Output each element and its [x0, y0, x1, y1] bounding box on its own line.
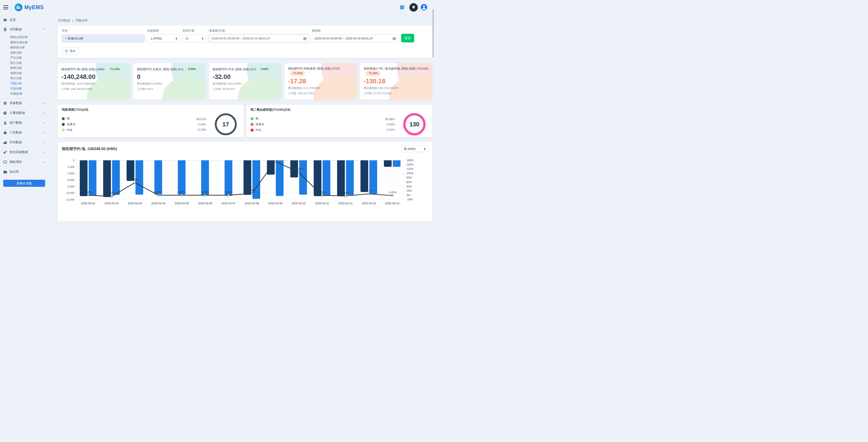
sidebar-item-6[interactable]: 车间数据 — [0, 137, 48, 147]
gear-icon — [3, 101, 7, 105]
report-period-label: 报告期 — [312, 29, 399, 33]
svg-text:-5.79%: -5.79% — [107, 192, 116, 194]
svg-text:-4,000: -4,000 — [67, 172, 74, 175]
sidebar-subitem[interactable]: 负荷分析 — [0, 71, 48, 76]
legend-dot-icon — [251, 123, 254, 126]
sidebar-item-9[interactable]: 知识库 — [0, 167, 48, 177]
sidebar-item-1[interactable]: 空间数据 — [0, 25, 48, 34]
sidebar-item-7[interactable]: 组合设备数据 — [0, 147, 48, 157]
gears-icon — [3, 150, 7, 154]
period-type-select[interactable]: 日 — [183, 34, 207, 42]
space-input[interactable]: 一度城/办公楼 — [62, 34, 145, 42]
sidebar-subitem[interactable]: 碳排放分析 — [0, 45, 48, 50]
app-root: MyEMS — [0, 0, 434, 221]
legend-dot-icon — [251, 129, 254, 132]
svg-text:0: 0 — [73, 159, 74, 162]
legend-item[interactable]: 电 — [62, 117, 75, 121]
sidebar-subitem[interactable]: 产出分析 — [0, 55, 48, 60]
sidebar-item-4[interactable]: 租户数据 — [0, 118, 48, 127]
stat-subline: 人均值 -130.18 (TCE) — [288, 92, 353, 95]
stat-badge: 0.00% — [258, 67, 271, 72]
legend-item[interactable]: 电 — [251, 117, 264, 121]
legend-item[interactable]: 自来水 — [62, 123, 75, 126]
stat-subline: 单位面积值 -0.01 (TCE/M²) — [288, 87, 353, 90]
svg-text:40%: 40% — [406, 185, 412, 188]
stat-card: 报告期节约 中水 (基线-实际) (m³) 0.00% -32.00 单位面积值… — [209, 63, 281, 100]
hamburger-menu-icon[interactable] — [3, 5, 9, 9]
sidebar-item-2[interactable]: 设备数据 — [0, 98, 48, 108]
energy-type-select[interactable]: 电 (kWh) — [401, 146, 428, 152]
legend-percent: 0.00% — [196, 123, 206, 126]
user-icon — [3, 121, 7, 125]
svg-text:-3.10%: -3.10% — [341, 191, 349, 194]
sidebar-subitem[interactable]: 环境监测 — [0, 91, 48, 96]
external-link-icon — [65, 50, 68, 53]
export-button[interactable]: 导出 — [62, 47, 79, 55]
legend-label: 中水 — [256, 128, 261, 132]
brand-logo[interactable]: MyEMS — [14, 3, 43, 11]
submit-button[interactable]: 提交 — [401, 34, 414, 42]
sidebar-subitem[interactable]: 节能分析 — [0, 81, 48, 86]
gauge-icon — [3, 18, 7, 22]
calendar-icon — [303, 37, 307, 40]
chevron-down-icon — [43, 131, 45, 133]
svg-text:2025-03-09: 2025-03-09 — [268, 202, 283, 205]
building-icon — [3, 28, 7, 31]
sidebar-subitem[interactable]: 收入分析 — [0, 60, 48, 66]
sidebar-item-5[interactable]: 门店数据 — [0, 128, 48, 137]
svg-text:2025-03-10: 2025-03-10 — [291, 202, 306, 205]
legend-percent: 0.00% — [385, 123, 395, 126]
sidebar-item-8[interactable]: 辅助系统 — [0, 157, 48, 167]
svg-text:0.00%: 0.00% — [225, 191, 232, 193]
svg-text:20%: 20% — [406, 189, 412, 192]
stat-card-title: 报告期节约 电 (基线-实际) (kWh) ↑71.21% — [61, 67, 126, 72]
sidebar-subitem[interactable]: 能耗分类分析 — [0, 35, 48, 40]
report-period-input[interactable]: 2025-03-01 00:00:00 ~ 2025-03-14 08:01:3… — [312, 34, 399, 42]
settings-gear-icon[interactable] — [398, 3, 406, 12]
legend-dot-icon — [251, 117, 254, 120]
sidebar-subitem[interactable]: 计划分析 — [0, 86, 48, 91]
comparison-type-label: 比较类型 — [147, 29, 180, 33]
breadcrumb-parent[interactable]: 空间数据 — [58, 19, 70, 23]
sidebar-subitem[interactable]: 能耗分项分析 — [0, 40, 48, 45]
stat-badge: 0.00% — [186, 67, 198, 72]
sidebar-subitem[interactable]: 效率分析 — [0, 65, 48, 71]
sidebar-submenu: 能耗分类分析能耗分项分析碳排放分析成本分析产出分析收入分析效率分析负荷分析统计分… — [0, 34, 48, 98]
stat-card: 报告期节约 电 (基线-实际) (kWh) ↑71.21% -140,248.0… — [58, 63, 130, 100]
stat-value: -130.18 — [364, 77, 429, 85]
user-avatar[interactable] — [421, 4, 427, 10]
donut-card: 吨二氧化碳排放(TCO2E)占比 电 自来水 — [247, 105, 433, 137]
svg-text:-12,000: -12,000 — [65, 198, 74, 201]
buy-enterprise-button[interactable]: 采购企业版 — [3, 180, 45, 187]
scrollbar-thumb[interactable] — [432, 9, 434, 57]
chart-svg: 0-2,000-4,000-6,000-8,000-10,000-12,0001… — [62, 159, 417, 207]
svg-text:140%: 140% — [406, 163, 413, 166]
notifications-bell-icon[interactable] — [409, 3, 418, 12]
sidebar-item-0[interactable]: 总览 — [0, 15, 48, 25]
svg-text:2025-03-08: 2025-03-08 — [245, 202, 259, 205]
svg-text:2025-03-13: 2025-03-13 — [362, 202, 376, 205]
sidebar-item-label: 设备数据 — [9, 101, 22, 105]
legend-item[interactable]: 中水 — [251, 128, 264, 132]
sidebar-subitem[interactable]: 成本分析 — [0, 50, 48, 56]
stat-subline: 单位面积值 0.00 (m³/M²) — [213, 82, 278, 86]
legend-dot-icon — [62, 129, 65, 132]
comparison-type-select[interactable]: 上月环比 — [147, 34, 180, 42]
svg-text:2025-03-04: 2025-03-04 — [151, 202, 165, 205]
factory-icon — [3, 140, 7, 145]
stat-badge: ↑71.53% — [290, 71, 305, 76]
pie-icon — [3, 111, 7, 115]
sidebar-item-label: 空间数据 — [9, 27, 22, 31]
legend-label: 电 — [67, 117, 70, 121]
base-period-input[interactable]: 2025-02-01 00:00:00 ~ 2025-02-14 08:01:3… — [209, 34, 309, 42]
sidebar-item-3[interactable]: 计量表数据 — [0, 108, 48, 118]
svg-text:0%: 0% — [406, 194, 410, 197]
legend-item[interactable]: 中水 — [62, 128, 75, 132]
stat-value: 0 — [137, 73, 202, 81]
sidebar-subitem[interactable]: 统计分析 — [0, 76, 48, 81]
donut-card: 吨标准煤(TCE)占比 电 自来水 中水 — [58, 105, 244, 137]
donut-ring: 17 — [213, 112, 238, 137]
donut-percentages: 99.81%0.00%0.19% — [196, 118, 206, 131]
stat-subline: 单位面积值 -14.03 (kWh/M²) — [61, 82, 126, 86]
legend-item[interactable]: 自来水 — [251, 123, 264, 126]
